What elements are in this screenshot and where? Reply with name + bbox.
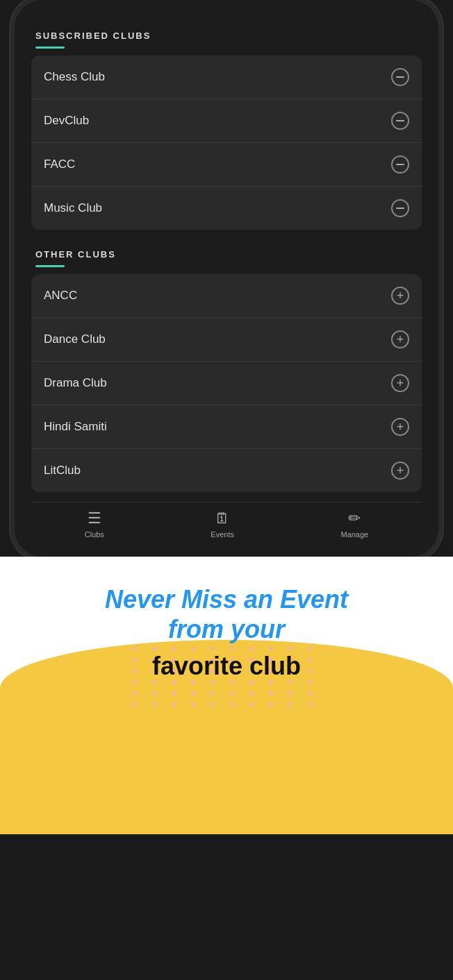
club-name-facc: FACC [44,158,75,171]
subscribe-icon-dance[interactable] [391,330,409,348]
unsubscribe-icon-music[interactable] [391,199,409,217]
nav-item-clubs[interactable]: ☰ Clubs [85,509,104,539]
subscribe-icon-hindi[interactable] [391,418,409,436]
club-name-chess: Chess Club [44,70,105,84]
subscribed-section-header: SUBSCRIBED CLUBS [31,21,422,45]
other-section-header: OTHER CLUBS [31,239,422,264]
subscribe-icon-ancc[interactable] [391,287,409,305]
other-club-item-ancc[interactable]: ANCC [31,274,422,318]
other-club-item-drama[interactable]: Drama Club [31,362,422,405]
clubs-nav-label: Clubs [85,530,104,539]
club-name-music: Music Club [44,201,102,215]
phone-screen: SUBSCRIBED CLUBS Chess Club DevClub FACC… [22,14,431,550]
club-name-lit: LitClub [44,464,81,478]
subscribe-icon-drama[interactable] [391,374,409,392]
nav-item-events[interactable]: 🗓 Events [211,509,234,539]
subscribed-club-item-chess[interactable]: Chess Club [31,56,422,99]
promo-text: Never Miss an Event from your favorite c… [91,584,362,682]
other-club-item-dance[interactable]: Dance Club [31,318,422,362]
promo-section: Never Miss an Event from your favorite c… [0,557,453,834]
club-name-dance: Dance Club [44,332,106,346]
nav-item-manage[interactable]: ✏ Manage [340,509,368,539]
events-nav-icon: 🗓 [215,509,230,527]
subscribe-icon-lit[interactable] [391,462,409,480]
subscribed-club-item-music[interactable]: Music Club [31,187,422,230]
events-nav-label: Events [211,530,234,539]
unsubscribe-icon-devclub[interactable] [391,112,409,130]
manage-nav-label: Manage [340,530,368,539]
unsubscribe-icon-facc[interactable] [391,155,409,174]
unsubscribe-icon-chess[interactable] [391,68,409,86]
promo-line1: Never Miss an Event [105,584,348,614]
other-section-underline [35,265,65,267]
club-name-devclub: DevClub [44,114,89,128]
promo-line2: from your [105,614,348,644]
promo-line3: favorite club [105,651,348,681]
phone-frame: SUBSCRIBED CLUBS Chess Club DevClub FACC… [15,0,438,557]
other-club-item-lit[interactable]: LitClub [31,449,422,492]
clubs-nav-icon: ☰ [88,509,101,527]
subscribed-section-underline [35,47,65,49]
club-name-drama: Drama Club [44,376,107,390]
manage-nav-icon: ✏ [348,509,361,527]
subscribed-clubs-list: Chess Club DevClub FACC Music Club [31,56,422,230]
club-name-ancc: ANCC [44,289,77,303]
club-name-hindi: Hindi Samiti [44,420,107,434]
subscribed-club-item-facc[interactable]: FACC [31,143,422,187]
subscribed-club-item-devclub[interactable]: DevClub [31,99,422,143]
other-clubs-list: ANCC Dance Club Drama Club Hindi Samiti … [31,274,422,492]
other-club-item-hindi[interactable]: Hindi Samiti [31,405,422,449]
bottom-nav: ☰ Clubs 🗓 Events ✏ Manage [31,502,422,550]
